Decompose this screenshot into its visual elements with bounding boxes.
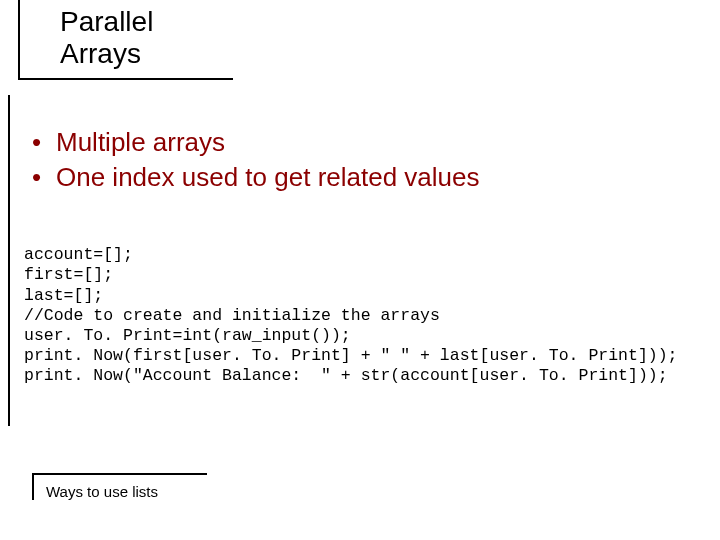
title-line-1: Parallel <box>60 6 153 37</box>
bullet-list: Multiple arrays One index used to get re… <box>32 125 708 195</box>
bullet-item: Multiple arrays <box>32 125 708 160</box>
slide-title: Parallel Arrays <box>60 6 153 70</box>
footer-box: Ways to use lists <box>32 473 207 500</box>
code-line: print. Now(first[user. To. Print] + " " … <box>24 346 678 365</box>
bullet-item: One index used to get related values <box>32 160 708 195</box>
slide-body: Multiple arrays One index used to get re… <box>8 95 708 426</box>
slide: Parallel Arrays Multiple arrays One inde… <box>0 0 720 540</box>
code-line: last=[]; <box>24 286 103 305</box>
code-line: //Code to create and initialize the arra… <box>24 306 440 325</box>
code-line: user. To. Print=int(raw_input()); <box>24 326 351 345</box>
code-line: account=[]; <box>24 245 133 264</box>
footer-text: Ways to use lists <box>46 483 207 500</box>
code-line: first=[]; <box>24 265 113 284</box>
code-line: print. Now("Account Balance: " + str(acc… <box>24 366 668 385</box>
code-block: account=[]; first=[]; last=[]; //Code to… <box>24 225 708 386</box>
title-line-2: Arrays <box>60 38 141 69</box>
